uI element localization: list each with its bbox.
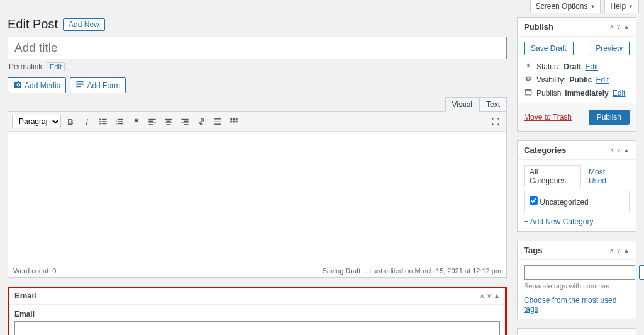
svg-text:3: 3 (116, 122, 118, 125)
svg-point-6 (99, 121, 101, 122)
add-new-category-link[interactable]: + Add New Category (524, 217, 593, 226)
calendar-icon (524, 88, 533, 98)
svg-rect-25 (184, 121, 189, 122)
fullscreen-icon[interactable] (489, 115, 502, 128)
align-left-icon[interactable] (145, 115, 159, 128)
preview-button[interactable]: Preview (589, 42, 630, 55)
link-icon[interactable] (194, 115, 208, 128)
visibility-label: Visibility: (536, 76, 565, 84)
bullet-list-icon[interactable] (96, 115, 110, 128)
save-draft-button[interactable]: Save Draft (524, 42, 574, 55)
box-toggle-icon[interactable]: ▲ (623, 147, 630, 154)
visibility-edit-link[interactable]: Edit (596, 76, 609, 84)
schedule-edit-link[interactable]: Edit (613, 89, 626, 98)
box-toggle-icon[interactable]: ▲ (494, 292, 500, 299)
permalink-label: Permalink: (9, 62, 45, 71)
box-toggle-icon[interactable]: ▲ (623, 23, 630, 30)
status-label: Status: (536, 62, 560, 71)
svg-rect-28 (214, 118, 221, 119)
box-up-icon[interactable]: ∧ (609, 147, 614, 154)
svg-rect-24 (181, 119, 188, 120)
svg-rect-38 (525, 89, 531, 91)
read-more-icon[interactable] (211, 115, 225, 128)
svg-rect-7 (102, 121, 107, 122)
svg-point-4 (99, 118, 101, 120)
add-form-button[interactable]: Add Form (70, 77, 126, 93)
move-to-trash-link[interactable]: Move to Trash (524, 113, 572, 122)
svg-rect-21 (167, 121, 171, 122)
svg-rect-26 (181, 122, 188, 123)
italic-icon[interactable]: I (80, 115, 94, 128)
numbered-list-icon[interactable]: 123 (113, 115, 126, 128)
help-button[interactable]: Help ▼ (604, 0, 639, 13)
svg-rect-3 (77, 86, 81, 87)
svg-rect-9 (102, 123, 107, 124)
svg-rect-5 (102, 119, 107, 120)
publish-button[interactable]: Publish (589, 110, 630, 125)
svg-rect-17 (148, 121, 153, 122)
tag-input[interactable] (524, 265, 635, 280)
tab-most-used[interactable]: Most Used (583, 165, 630, 187)
svg-rect-20 (165, 119, 172, 120)
box-down-icon[interactable]: ∨ (616, 247, 621, 254)
schedule-value: immediately (565, 89, 608, 98)
screen-options-label: Screen Options (536, 2, 588, 11)
box-up-icon[interactable]: ∧ (480, 292, 484, 299)
svg-rect-2 (77, 84, 84, 85)
svg-rect-27 (184, 124, 189, 125)
choose-tags-link[interactable]: Choose from the most used tags (524, 296, 616, 314)
align-center-icon[interactable] (162, 115, 175, 128)
editor-content[interactable] (8, 132, 506, 264)
add-media-button[interactable]: Add Media (8, 77, 66, 93)
box-down-icon[interactable]: ∨ (616, 147, 621, 154)
add-media-label: Add Media (25, 81, 60, 90)
publish-heading: Publish (524, 22, 553, 31)
add-new-button[interactable]: Add New (63, 18, 105, 31)
svg-rect-22 (165, 122, 172, 123)
box-up-icon[interactable]: ∧ (609, 23, 614, 30)
email-input[interactable] (14, 321, 500, 335)
save-status: Saving Draft… Last edited on March 15, 2… (323, 267, 501, 275)
svg-rect-29 (214, 121, 221, 122)
categories-box: Categories ∧ ∨ ▲ All Categories Most Use… (517, 140, 636, 232)
svg-rect-23 (167, 124, 171, 125)
format-select[interactable]: Paragraph (12, 115, 61, 128)
publish-box: Publish ∧ ∨ ▲ Save Draft Preview Status: (517, 17, 636, 132)
form-icon (75, 80, 84, 91)
post-title-input[interactable] (8, 37, 507, 59)
svg-rect-34 (230, 121, 232, 123)
camera-icon (13, 80, 22, 91)
svg-rect-33 (236, 118, 238, 120)
pin-icon (524, 62, 533, 71)
add-tag-button[interactable]: Add (639, 265, 644, 280)
svg-rect-18 (148, 122, 155, 123)
svg-rect-32 (233, 118, 235, 120)
svg-rect-19 (148, 124, 153, 125)
editor-tab-visual[interactable]: Visual (445, 97, 479, 112)
bold-icon[interactable]: B (64, 115, 77, 128)
toolbar-toggle-icon[interactable] (227, 115, 241, 128)
category-checkbox[interactable] (530, 196, 538, 205)
box-down-icon[interactable]: ∨ (487, 292, 491, 299)
word-count: Word count: 0 (13, 267, 56, 275)
screen-options-button[interactable]: Screen Options ▼ (530, 0, 601, 13)
tags-hint: Separate tags with commas (524, 282, 630, 290)
svg-rect-35 (233, 121, 235, 123)
category-item[interactable]: Uncategorized (530, 198, 589, 207)
editor-tab-text[interactable]: Text (479, 97, 507, 112)
box-toggle-icon[interactable]: ▲ (623, 247, 630, 254)
email-metabox: Email ∧ ∨ ▲ Email (8, 287, 507, 335)
svg-rect-13 (118, 121, 123, 122)
svg-rect-15 (118, 123, 123, 124)
tags-box: Tags ∧ ∨ ▲ Add Separate tags with commas… (517, 241, 636, 319)
align-right-icon[interactable] (178, 115, 192, 128)
chevron-down-icon: ▼ (590, 4, 595, 9)
status-edit-link[interactable]: Edit (585, 62, 598, 71)
box-down-icon[interactable]: ∨ (616, 23, 621, 30)
tab-all-categories[interactable]: All Categories (524, 165, 581, 187)
quote-icon[interactable]: ❝ (129, 115, 143, 128)
svg-rect-16 (148, 119, 155, 120)
box-up-icon[interactable]: ∧ (609, 247, 614, 254)
svg-rect-11 (118, 119, 123, 120)
permalink-edit-button[interactable]: Edit (47, 62, 65, 71)
